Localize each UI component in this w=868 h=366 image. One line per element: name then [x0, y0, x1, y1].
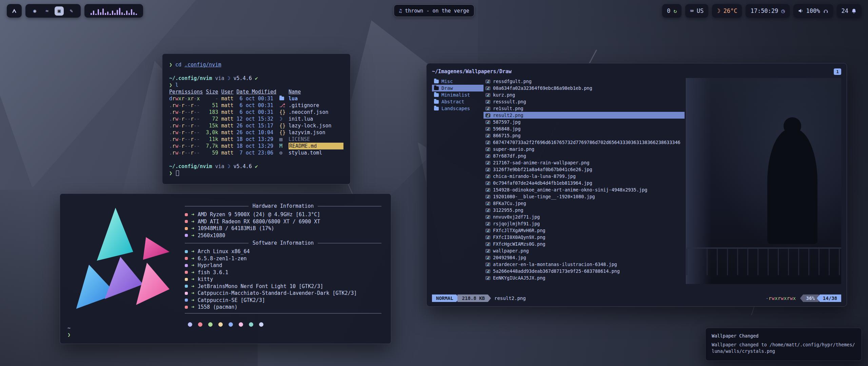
file-row[interactable]: 08a634fa02a32364f69ebc86a98eb1eb.png	[484, 85, 685, 92]
file-row[interactable]: resssult.png	[484, 98, 685, 105]
listing-header-row: Permissions Size User Date Modified Name	[169, 88, 343, 95]
file-row[interactable]: 0c794faf07de24a4db4d4fb1eb813964.jpg	[484, 180, 685, 186]
file-row[interactable]: rsjqojlmjhf91.jpg	[484, 220, 685, 227]
file-row[interactable]: 587597.jpg	[484, 119, 685, 125]
terminal-prompt-line[interactable]: ❯	[169, 170, 343, 177]
palette-dot	[239, 322, 243, 327]
visualizer-bar	[100, 12, 101, 15]
wm-icon	[185, 264, 188, 267]
file-name: wallpaper.png	[493, 248, 529, 253]
date-cell: 18 oct 13:29	[237, 143, 276, 149]
volume-pill[interactable]: 100%	[793, 4, 833, 18]
file-row[interactable]: FXfcJlTXgAMvH6R.png	[484, 227, 685, 234]
permissions-cell: .rw-r--r--	[169, 136, 203, 143]
file-row[interactable]: result2.png	[484, 112, 685, 119]
file-row[interactable]: atardecer-en-la-montanas-ilustracion-634…	[484, 261, 685, 268]
keyboard-layout: US	[697, 7, 704, 14]
bell-icon	[851, 8, 856, 14]
fetch-window[interactable]: Hardware Information➜AMD Ryzen 9 5900X (…	[60, 194, 391, 344]
file-row[interactable]: FXfcII0X0AQyn9X.png	[484, 234, 685, 241]
fetch-item: ➜6.5.8-zen1-1-zen	[185, 255, 381, 262]
folder-row[interactable]: Abstract	[432, 98, 484, 105]
fetch-item: ➜fish 3.6.1	[185, 269, 381, 276]
json-icon: {}	[279, 129, 285, 136]
name-cell: lazyvim.json	[289, 129, 343, 136]
updates-pill[interactable]: 0 ↻	[662, 4, 682, 18]
clock-pill[interactable]: 17:50:29 ◷	[746, 4, 789, 18]
workspace-orbit[interactable]: ◉	[30, 6, 39, 16]
image-file-icon	[486, 168, 490, 171]
file-row[interactable]: 217167-sad-anime-rain-wallpaper.png	[484, 159, 685, 166]
file-row[interactable]: wallpaper.png	[484, 247, 685, 254]
moon-icon: ☽	[717, 7, 720, 14]
packages-icon	[185, 306, 188, 309]
fetch-shell-prompt: ~ ❯	[67, 325, 71, 338]
tab-badge[interactable]: 1	[834, 68, 841, 75]
size-cell: -	[206, 95, 218, 102]
folder-row[interactable]: Landscapes	[432, 105, 484, 112]
font-icon	[185, 285, 188, 288]
mode-badge: NORMAL	[432, 294, 459, 302]
terminal-window[interactable]: ❯cd.config/nvim ~/.config/nvimvia☽v5.4.6…	[162, 54, 351, 184]
file-row[interactable]: 68747470733a2f2f696d616765732d7769786d70…	[484, 139, 685, 146]
file-row[interactable]: re1sult.png	[484, 105, 685, 112]
visualizer-bar	[117, 10, 118, 15]
prompt-icon: ❯	[169, 170, 172, 177]
fetch-item: ➜868x366	[185, 232, 381, 239]
file-row[interactable]: 8FKa7Cu.jpeg	[484, 200, 685, 207]
fetch-value: Hyprland	[198, 262, 222, 268]
current-directory: ~/.config/nvim	[169, 75, 212, 82]
arrow-icon: ➜	[191, 304, 194, 310]
file-row[interactable]: FXfcHgcWIAMzs0G.png	[484, 241, 685, 247]
workspace-paint[interactable]: ✎	[67, 6, 76, 16]
file-row[interactable]: EeNKYgIUcAAJ5JX.png	[484, 274, 685, 281]
toml-icon: ⚙	[279, 149, 285, 156]
file-row[interactable]: 19201080-__blue-tinge__-1920×1080.jpg	[484, 193, 685, 200]
media-player-pill[interactable]: ♫ thrown - on the verge	[394, 4, 474, 17]
visualizer-bar	[105, 13, 106, 15]
theme-icon	[185, 292, 188, 295]
folder-row[interactable]: Misc	[432, 78, 484, 85]
file-row[interactable]: 154928-odinokoe_anime-art-anime-okno-sin…	[484, 186, 685, 193]
weather-pill[interactable]: ☽ 26°C	[712, 4, 742, 18]
folder-row[interactable]: Draw	[432, 85, 484, 92]
file-row[interactable]: 866715.png	[484, 132, 685, 139]
user-cell: matt	[221, 136, 233, 143]
file-row[interactable]: 87r687df.png	[484, 152, 685, 159]
file-row[interactable]: kurz.png	[484, 92, 685, 98]
notification-toast[interactable]: Wallpaper Changed Wallpaper changed to /…	[705, 328, 862, 361]
fetch-section-title: Hardware Information	[185, 203, 381, 209]
file-row[interactable]: nnvuv0xj2df71.jpg	[484, 214, 685, 220]
image-file-icon	[486, 263, 490, 266]
date-cell: 6 oct 00:31	[237, 95, 276, 102]
updates-icon: ↻	[673, 7, 677, 14]
file-manager-window[interactable]: ~/Imagenes/Wallpapers/Draw 1 MiscDrawMin…	[426, 63, 847, 307]
file-row[interactable]: 596848.jpg	[484, 125, 685, 132]
file-row[interactable]: 20492984.jpg	[484, 254, 685, 261]
listing-row: .rw-r--r--51matt 6 oct 00:31⎇.gitignore	[169, 102, 343, 109]
file-row[interactable]: chica-mirando-la-luna-8799.jpg	[484, 173, 685, 180]
file-row[interactable]: 3126f7e9bbf21a8a4af0b67b041c6e26.jpg	[484, 166, 685, 173]
file-row[interactable]: super-mario.png	[484, 146, 685, 152]
visualizer-bar	[98, 9, 99, 15]
visualizer-bar	[133, 12, 135, 15]
workspace-files[interactable]: ▣	[55, 6, 64, 16]
prompt-icon[interactable]: ❯	[67, 331, 71, 338]
date-cell: 12 oct 15:32	[237, 116, 276, 122]
launcher-button[interactable]	[7, 4, 22, 18]
folder-row[interactable]: Minimalist	[432, 92, 484, 98]
file-row[interactable]: 5a266e448add93deab367d87173e9f25-6837886…	[484, 268, 685, 274]
size-cell: 51	[206, 102, 218, 109]
temperature: 26°C	[723, 7, 737, 14]
status-bar: NORMAL 218.8 KB result2.png -rwxrwxrwx 3…	[432, 294, 841, 302]
user-cell: matt	[221, 143, 233, 149]
folder-icon	[434, 107, 439, 110]
file-row[interactable]: ressdfgult.png	[484, 78, 685, 85]
folder-name: Landscapes	[441, 106, 470, 111]
palette-dot	[259, 322, 263, 327]
keyboard-layout-pill[interactable]: ⌨ US	[685, 4, 708, 18]
workspace-wave[interactable]: ≈	[42, 6, 52, 16]
folder-icon	[279, 97, 284, 100]
notifications-pill[interactable]: 24	[837, 4, 861, 18]
file-row[interactable]: 3122955.png	[484, 207, 685, 214]
